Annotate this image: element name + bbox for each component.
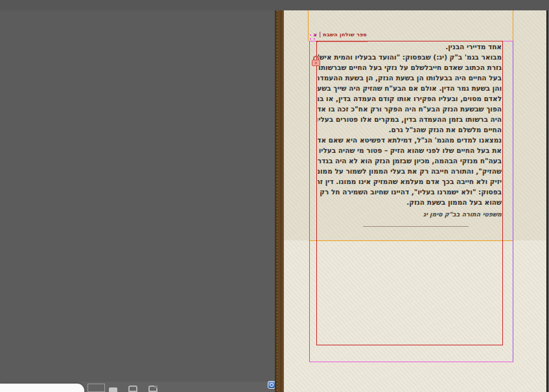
app-top-bar — [0, 0, 549, 10]
lock-keyhole — [315, 62, 317, 64]
text-line: בפסוק: "ולא ישמרנו בעליו", דהיינו שחיוב … — [318, 187, 502, 197]
text-line: החיים מלשלם את הנזק שהנ"ל גרם. — [318, 124, 502, 135]
page-edge-shadow — [546, 10, 548, 392]
document-icon[interactable] — [128, 386, 137, 392]
margin-guide-left[interactable] — [309, 41, 310, 362]
frame-anchor-dot — [314, 38, 315, 40]
text-line: משפטי התורה בב"ק סימן יג — [318, 209, 502, 220]
taskbar-button-outline[interactable] — [88, 384, 105, 392]
frame-anchor-dot — [310, 34, 311, 36]
header-frame-guide-right[interactable] — [513, 10, 513, 41]
margin-guide-right[interactable] — [513, 41, 513, 362]
text-line: היה ברשותו בזמן ההעמדה בדין, במקרים אלו … — [318, 114, 502, 124]
text-line: גזרת הכתוב שאדם חייבלשלם על נזקי בעל החי… — [318, 62, 502, 73]
indicator-glyph — [270, 383, 274, 387]
text-line: שהוא בעל הממון בשעת הנזק. — [318, 197, 502, 207]
text-line: בעל החיים היה בבעלותו הן בשעת הנזק, הן ב… — [318, 73, 502, 83]
header-frame-guide-left[interactable] — [308, 10, 309, 41]
text-line: והן בשעת גמר הדין. אולם אם הבע"ח שהזיק ה… — [318, 83, 502, 93]
document-copy-icon[interactable] — [148, 386, 158, 392]
hebrew-text-block: אחד מדיירי הבנין. מבואר בגמ' ב"ק (יג:) ש… — [318, 41, 502, 220]
text-line: נמצאנו למדים מהגמ' הנ"ל, דמילתא דפשיטא ה… — [318, 135, 502, 145]
margin-guide-bottom[interactable] — [309, 362, 513, 362]
lock-icon[interactable] — [311, 56, 321, 67]
section-divider-rule — [363, 226, 469, 227]
text-line: בעה"ח מנזקי הבהמה, מכיון שבזמן הנזק הוא … — [318, 156, 502, 166]
running-head: ספר שולחן השבת | צ — [316, 32, 367, 40]
text-line: הפוך שבשעת הנזק הבע"ח היה הפקר ורק אח"כ … — [318, 104, 502, 114]
bleed-guide-dotted — [277, 10, 277, 392]
taskbar-app-icon[interactable] — [109, 387, 117, 392]
bottom-flyout-panel[interactable] — [0, 384, 84, 392]
frame-anchor-dot — [310, 38, 311, 40]
text-line: אחד מדיירי הבנין. — [318, 41, 502, 52]
frame-anchor-dot — [314, 34, 315, 36]
text-line: לאדם מסוים, ובעליו הפקירו אותו קודם העמד… — [318, 93, 502, 104]
text-line: יזיק ולא חייבה בכך אדם מעלמא שהמזיק אינו… — [318, 176, 502, 187]
text-line: את בעל החיים שלו לפני שהוא הזיק – פטור מ… — [318, 145, 502, 156]
text-line: שהזיק", והתורה חייבה רק את בעלי הממון לש… — [318, 166, 502, 176]
text-line: מבואר בגמ' ב"ק (יג:) שבפסוק: "והועד בבעל… — [318, 52, 502, 62]
